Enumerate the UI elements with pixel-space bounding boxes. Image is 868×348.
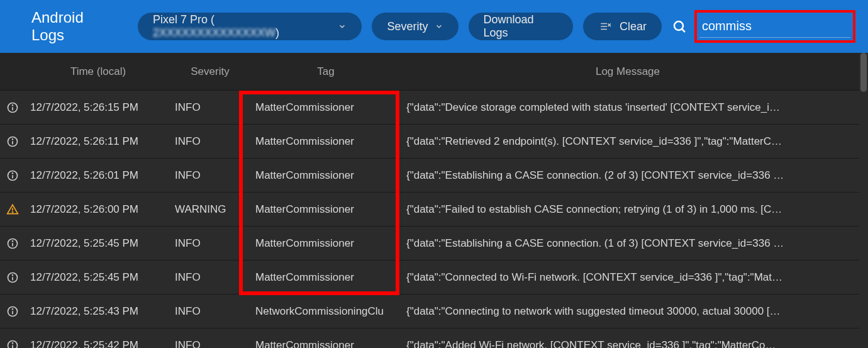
severity-selector[interactable]: Severity [372, 13, 458, 40]
table-row[interactable]: 12/7/2022, 5:25:45 PMINFOMatterCommissio… [0, 227, 868, 261]
chevron-down-icon [435, 22, 443, 31]
device-name-label: Pixel 7 Pro (2XXXXXXXXXXXXXXW) [153, 13, 331, 40]
tag-cell: NetworkCommissioningClu [250, 305, 401, 318]
chevron-down-icon [338, 22, 347, 31]
table-row[interactable]: 12/7/2022, 5:26:11 PMINFOMatterCommissio… [0, 125, 868, 159]
search-container [672, 10, 855, 43]
column-message: Log Message [401, 65, 854, 78]
severity-cell: INFO [170, 271, 250, 284]
svg-point-15 [13, 172, 13, 173]
time-cell: 12/7/2022, 5:25:43 PM [25, 305, 170, 318]
table-row[interactable]: 12/7/2022, 5:25:45 PMINFOMatterCommissio… [0, 261, 868, 295]
svg-point-29 [13, 342, 13, 343]
info-icon [0, 169, 25, 182]
svg-point-26 [13, 308, 13, 309]
tag-cell: MatterCommissioner [250, 271, 401, 284]
time-cell: 12/7/2022, 5:25:45 PM [25, 237, 170, 250]
tag-cell: MatterCommissioner [250, 135, 401, 148]
severity-cell: INFO [170, 101, 250, 114]
message-cell: {"data":"Device storage completed with s… [401, 101, 854, 114]
tag-cell: MatterCommissioner [250, 203, 401, 216]
info-icon [0, 271, 25, 284]
svg-point-5 [674, 21, 683, 30]
time-cell: 12/7/2022, 5:26:01 PM [25, 169, 170, 182]
table-header: Time (local) Severity Tag Log Message [0, 53, 868, 91]
time-cell: 12/7/2022, 5:25:45 PM [25, 271, 170, 284]
table-row[interactable]: 12/7/2022, 5:26:01 PMINFOMatterCommissio… [0, 159, 868, 193]
device-selector[interactable]: Pixel 7 Pro (2XXXXXXXXXXXXXXW) [138, 13, 362, 40]
column-tag: Tag [250, 65, 401, 78]
page-title: Android Logs [31, 9, 116, 44]
table-row[interactable]: 12/7/2022, 5:25:42 PMINFOMatterCommissio… [0, 328, 868, 348]
svg-point-12 [13, 138, 13, 139]
message-cell: {"data":"Failed to establish CASE connec… [401, 203, 854, 216]
severity-cell: INFO [170, 237, 250, 250]
svg-point-23 [13, 274, 13, 275]
clear-label: Clear [620, 20, 647, 33]
clear-icon [598, 21, 612, 32]
tag-cell: MatterCommissioner [250, 339, 401, 349]
message-cell: {"data":"Establishing a CASE connection.… [401, 237, 854, 250]
time-cell: 12/7/2022, 5:26:15 PM [25, 101, 170, 114]
scrollbar-thumb[interactable] [860, 53, 867, 92]
tag-cell: MatterCommissioner [250, 169, 401, 182]
time-cell: 12/7/2022, 5:25:42 PM [25, 339, 170, 349]
info-icon [0, 339, 25, 349]
svg-point-17 [13, 211, 13, 212]
table-body: 12/7/2022, 5:26:15 PMINFOMatterCommissio… [0, 91, 868, 348]
highlight-box [694, 10, 855, 43]
column-time: Time (local) [25, 65, 170, 78]
tag-cell: MatterCommissioner [250, 237, 401, 250]
download-label: Download Logs [484, 13, 558, 40]
info-icon [0, 305, 25, 318]
svg-line-6 [682, 29, 685, 32]
table-row[interactable]: 12/7/2022, 5:26:00 PMWARNINGMatterCommis… [0, 193, 868, 227]
severity-cell: INFO [170, 135, 250, 148]
clear-button[interactable]: Clear [583, 13, 662, 40]
message-cell: {"data":"Connecting to network with sugg… [401, 305, 854, 318]
time-cell: 12/7/2022, 5:26:00 PM [25, 203, 170, 216]
table-row[interactable]: 12/7/2022, 5:25:43 PMINFONetworkCommissi… [0, 295, 868, 328]
info-icon [0, 101, 25, 114]
svg-point-20 [13, 240, 13, 241]
svg-point-9 [13, 104, 13, 105]
warning-icon [0, 203, 25, 216]
toolbar: Android Logs Pixel 7 Pro (2XXXXXXXXXXXXX… [0, 0, 868, 53]
scrollbar[interactable] [859, 53, 868, 348]
severity-cell: WARNING [170, 203, 250, 216]
message-cell: {"data":"Retrieved 2 endpoint(s). [CONTE… [401, 135, 854, 148]
severity-cell: INFO [170, 305, 250, 318]
download-logs-button[interactable]: Download Logs [469, 13, 573, 40]
message-cell: {"data":"Connected to Wi-Fi network. [CO… [401, 271, 854, 284]
info-icon [0, 135, 25, 148]
tag-cell: MatterCommissioner [250, 101, 401, 114]
column-severity: Severity [170, 65, 250, 78]
message-cell: {"data":"Establishing a CASE connection.… [401, 169, 854, 182]
search-icon [672, 19, 687, 34]
table-row[interactable]: 12/7/2022, 5:26:15 PMINFOMatterCommissio… [0, 91, 868, 125]
message-cell: {"data":"Added Wi-Fi network. [CONTEXT s… [401, 339, 854, 349]
search-input[interactable] [699, 15, 850, 38]
severity-label: Severity [387, 20, 428, 33]
severity-cell: INFO [170, 169, 250, 182]
time-cell: 12/7/2022, 5:26:11 PM [25, 135, 170, 148]
info-icon [0, 237, 25, 250]
severity-cell: INFO [170, 339, 250, 349]
